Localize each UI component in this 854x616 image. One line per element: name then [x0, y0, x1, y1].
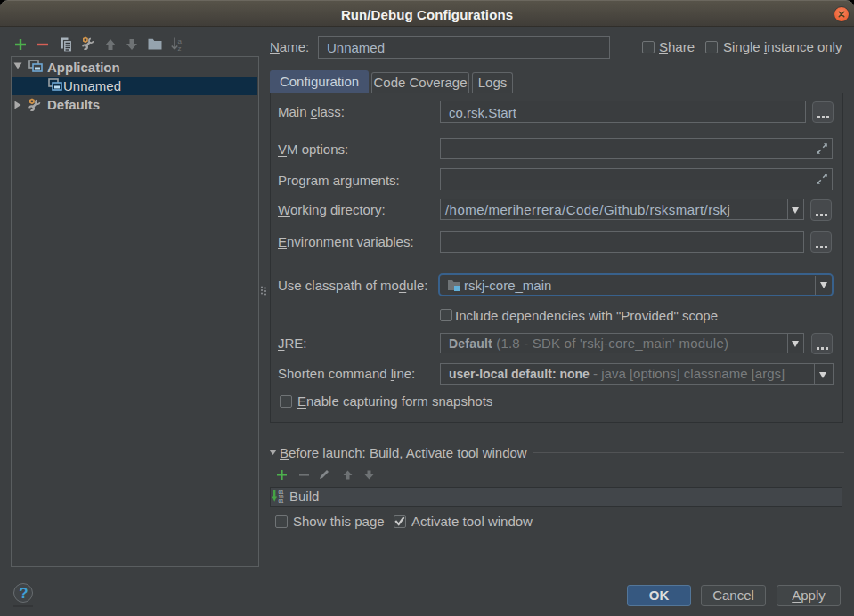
svg-text:z: z — [178, 45, 182, 52]
svg-text:01: 01 — [279, 498, 284, 503]
